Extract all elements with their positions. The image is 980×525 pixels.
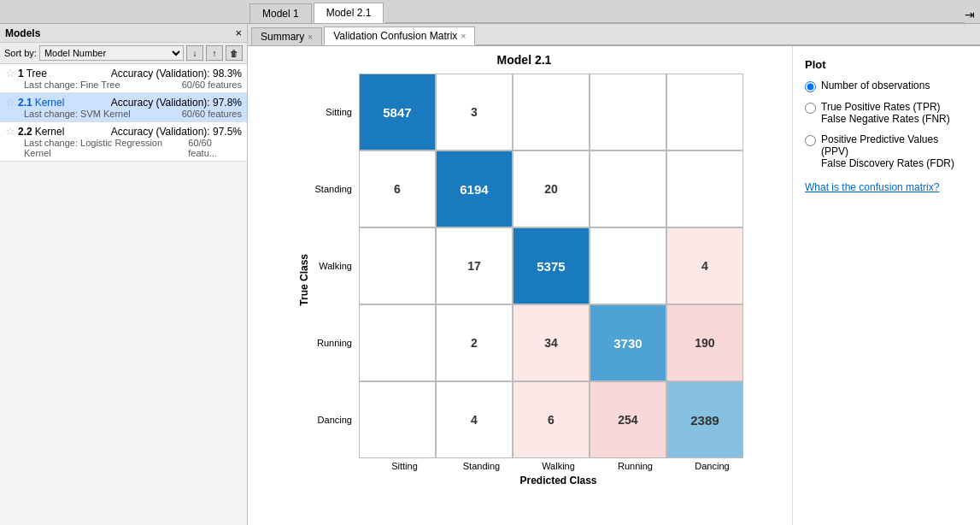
model-2-1-star: ☆ [5,96,15,109]
row-label-standing: Standing [315,150,355,227]
plot-panel: Plot Number of observations True Positiv… [792,46,980,525]
cell-4-4: 2389 [666,381,743,458]
cell-2-3 [590,227,666,304]
cell-2-1: 17 [436,227,513,304]
model-2-1-lastchange: Last change: SVM Kernel [24,109,131,119]
cell-4-0 [359,381,436,458]
model-item-2-1[interactable]: ☆ 2.1 Kernel Accuracy (Validation): 97.8… [0,93,247,122]
sort-delete-button[interactable]: 🗑 [226,45,243,61]
cell-1-3 [590,150,666,227]
cell-4-2: 6 [513,381,590,458]
row-label-walking: Walking [315,227,355,304]
cell-3-1: 2 [436,304,513,381]
plot-option-ppv-label: Positive Predictive Values (PPV) [821,133,968,157]
models-panel-title: Models [5,27,40,39]
model-2-1-id: 2.1 [18,97,32,109]
plot-option-fdr-label: False Discovery Rates (FDR) [821,157,968,169]
model-tab-2-1[interactable]: Model 2.1 [314,3,384,23]
cell-2-2: 5375 [513,227,590,304]
matrix-title: Model 2.1 [497,53,552,67]
plot-panel-title: Plot [805,58,968,71]
model-2-2-id: 2.2 [18,126,32,138]
model-2-2-lastchange: Last change: Logistic Regression Kernel [24,138,188,158]
col-label-dancing: Dancing [674,458,751,471]
col-label-sitting: Sitting [367,458,443,471]
cell-3-3: 3730 [590,304,666,381]
model-1-features: 60/60 features [182,80,242,90]
row-label-dancing: Dancing [315,381,355,458]
cell-1-0: 6 [359,150,436,227]
col-label-standing: Standing [443,458,520,471]
plot-radio-tpr[interactable] [805,103,816,114]
plot-option-tpr-label: True Positive Rates (TPR) [821,101,950,113]
confusion-matrix-area: Model 2.1 True Class Sitting Standing Wa… [248,46,792,525]
cell-3-0 [359,304,436,381]
model-2-1-accuracy: Accuracy (Validation): 97.8% [111,97,242,109]
sort-label: Sort by: [4,48,37,58]
cell-0-0: 5847 [359,74,436,150]
confusion-matrix-grid: 5847 3 6 6194 [359,74,743,458]
model-1-accuracy: Accuracy (Validation): 98.3% [111,68,242,80]
cell-3-4: 190 [666,304,743,381]
model-1-type: Tree [26,68,47,80]
plot-radio-ppv[interactable] [805,135,816,146]
model-2-1-type: Kernel [35,97,65,109]
models-panel: Models × Sort by: Model Number Accuracy … [0,24,248,525]
cell-0-4 [666,74,743,150]
model-2-2-accuracy: Accuracy (Validation): 97.5% [111,126,242,138]
cell-1-2: 20 [513,150,590,227]
cell-2-4: 4 [666,227,743,304]
sort-select[interactable]: Model Number Accuracy Name [39,45,184,61]
model-1-star: ☆ [5,67,15,80]
model-item-1[interactable]: ☆ 1 Tree Accuracy (Validation): 98.3% La… [0,64,247,93]
true-class-label: True Class [298,254,310,306]
predicted-class-label: Predicted Class [315,475,751,487]
col-label-running: Running [597,458,674,471]
model-1-lastchange: Last change: Fine Tree [24,80,120,90]
model-1-id: 1 [18,68,24,80]
cell-0-1: 3 [436,74,513,150]
cell-1-4 [666,150,743,227]
export-icon[interactable]: ⇥ [965,8,975,21]
model-2-2-type: Kernel [35,126,65,138]
cell-3-2: 34 [513,304,590,381]
sort-desc-button[interactable]: ↑ [206,45,223,61]
row-label-sitting: Sitting [315,74,355,150]
col-label-walking: Walking [520,458,597,471]
plot-radio-obs[interactable] [805,81,816,92]
plot-option-fnr-label: False Negative Rates (FNR) [821,113,950,125]
tab-confusion-matrix[interactable]: Validation Confusion Matrix × [324,27,475,45]
model-2-2-features: 60/60 featu... [188,138,242,158]
model-tab-1[interactable]: Model 1 [249,3,312,23]
models-panel-close[interactable]: × [235,27,242,39]
model-item-2-2[interactable]: ☆ 2.2 Kernel Accuracy (Validation): 97.5… [0,122,247,162]
model-2-2-star: ☆ [5,125,15,138]
sort-asc-button[interactable]: ↓ [186,45,203,61]
tab-summary[interactable]: Summary × [251,27,322,45]
cell-0-3 [590,74,666,150]
cell-4-3: 254 [590,381,666,458]
cell-1-1: 6194 [436,150,513,227]
row-label-running: Running [315,304,355,381]
confusion-matrix-link[interactable]: What is the confusion matrix? [805,181,968,193]
tab-confusion-matrix-close[interactable]: × [461,32,466,41]
cell-0-2 [513,74,590,150]
cell-2-0 [359,227,436,304]
tab-summary-close[interactable]: × [308,32,313,42]
cell-4-1: 4 [436,381,513,458]
model-2-1-features: 60/60 features [182,109,242,119]
plot-option-obs-label: Number of observations [821,80,930,91]
